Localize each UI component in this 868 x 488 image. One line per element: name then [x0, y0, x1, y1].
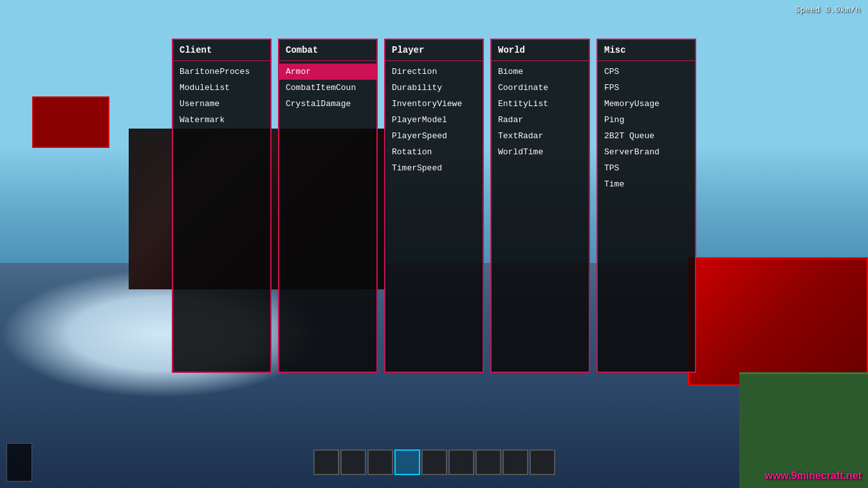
hotbar-slot-1[interactable] — [340, 449, 366, 475]
panel-item-2b2t-queue[interactable]: 2B2T Queue — [598, 128, 695, 144]
panel-item-username[interactable]: Username — [173, 96, 270, 112]
panel-item-durability[interactable]: Durability — [385, 80, 483, 96]
panel-items-player: DirectionDurabilityInventoryViewePlayerM… — [385, 61, 483, 179]
panel-item-ping[interactable]: Ping — [598, 112, 695, 128]
panel-item-crystaldamage[interactable]: CrystalDamage — [279, 96, 376, 112]
hotbar-slot-3[interactable] — [394, 449, 420, 475]
hotbar-slot-7[interactable] — [503, 449, 528, 475]
panel-item-cps[interactable]: CPS — [598, 64, 695, 80]
speed-display: Speed 0.0km/h — [795, 5, 860, 15]
panel-client: ClientBaritoneProcesModuleListUsernameWa… — [172, 39, 272, 373]
panel-header-combat: Combat — [279, 40, 376, 61]
panel-items-combat: ArmorCombatItemCounCrystalDamage — [279, 61, 376, 114]
panel-item-radar[interactable]: Radar — [492, 112, 589, 128]
hotbar-slot-5[interactable] — [448, 449, 474, 475]
watermark-text: www.9minecraft.net — [764, 470, 862, 482]
hud: Speed 0.0km/h — [795, 5, 860, 15]
panel-item-combatitemcoun[interactable]: CombatItemCoun — [279, 80, 376, 96]
panel-items-client: BaritoneProcesModuleListUsernameWatermar… — [173, 61, 270, 131]
hotbar-slot-0[interactable] — [313, 449, 339, 475]
panel-item-serverbrand[interactable]: ServerBrand — [598, 144, 695, 160]
panel-header-world: World — [492, 40, 589, 61]
panel-item-armor[interactable]: Armor — [279, 64, 376, 80]
panel-item-worldtime[interactable]: WorldTime — [492, 144, 589, 160]
hotbar-slot-6[interactable] — [476, 449, 501, 475]
panel-item-baritoneproces[interactable]: BaritoneProces — [173, 64, 270, 80]
panel-header-misc: Misc — [598, 40, 695, 61]
panel-item-coordinate[interactable]: Coordinate — [492, 80, 589, 96]
menu-overlay: ClientBaritoneProcesModuleListUsernameWa… — [0, 0, 868, 488]
panel-item-playerspeed[interactable]: PlayerSpeed — [385, 128, 483, 144]
panel-item-tps[interactable]: TPS — [598, 160, 695, 176]
hotbar — [313, 449, 555, 475]
panel-items-misc: CPSFPSMemoryUsagePing2B2T QueueServerBra… — [598, 61, 695, 195]
panel-item-rotation[interactable]: Rotation — [385, 144, 483, 160]
panel-item-time[interactable]: Time — [598, 176, 695, 192]
panel-item-biome[interactable]: Biome — [492, 64, 589, 80]
panel-combat: CombatArmorCombatItemCounCrystalDamage — [278, 39, 378, 373]
panel-item-fps[interactable]: FPS — [598, 80, 695, 96]
hotbar-slot-8[interactable] — [530, 449, 555, 475]
panel-item-modulelist[interactable]: ModuleList — [173, 80, 270, 96]
minimap — [6, 443, 32, 482]
panel-items-world: BiomeCoordinateEntityListRadarTextRadarW… — [492, 61, 589, 163]
panel-item-playermodel[interactable]: PlayerModel — [385, 112, 483, 128]
panel-header-client: Client — [173, 40, 270, 61]
panel-item-watermark[interactable]: Watermark — [173, 112, 270, 128]
panel-misc: MiscCPSFPSMemoryUsagePing2B2T QueueServe… — [596, 39, 696, 373]
panel-item-textradar[interactable]: TextRadar — [492, 128, 589, 144]
panel-world: WorldBiomeCoordinateEntityListRadarTextR… — [490, 39, 590, 373]
panel-item-direction[interactable]: Direction — [385, 64, 483, 80]
panel-item-timerspeed[interactable]: TimerSpeed — [385, 160, 483, 176]
panel-item-inventoryviewe[interactable]: InventoryViewe — [385, 96, 483, 112]
panel-player: PlayerDirectionDurabilityInventoryVieweP… — [384, 39, 484, 373]
panel-item-entitylist[interactable]: EntityList — [492, 96, 589, 112]
hotbar-slot-2[interactable] — [367, 449, 393, 475]
panel-item-memoryusage[interactable]: MemoryUsage — [598, 96, 695, 112]
hotbar-slot-4[interactable] — [421, 449, 447, 475]
panel-header-player: Player — [385, 40, 483, 61]
